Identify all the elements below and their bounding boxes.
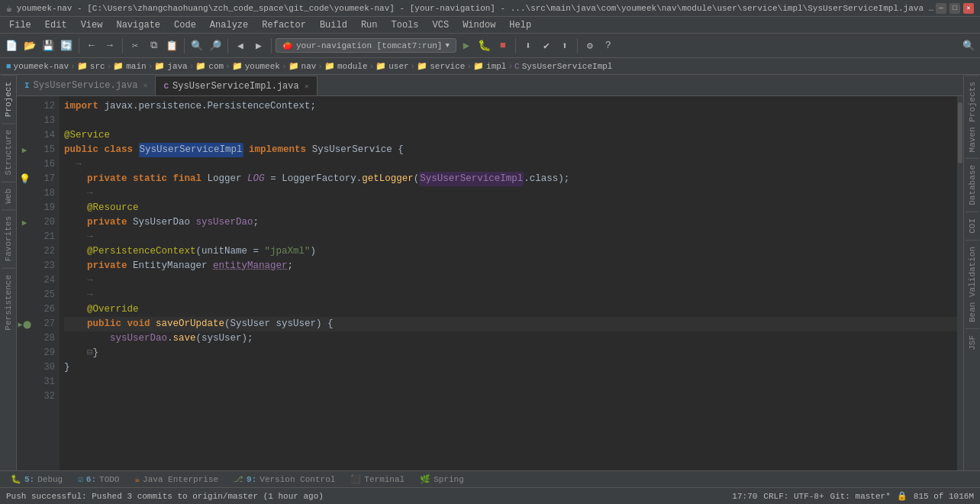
vcs-commit-button[interactable]: ✔ — [538, 37, 555, 54]
help-button[interactable]: ? — [600, 37, 617, 54]
menu-edit[interactable]: Edit — [39, 18, 73, 32]
bread-root[interactable]: ■ youmeek-nav — [6, 62, 69, 71]
persistence-tab[interactable]: Persistence — [2, 268, 15, 337]
tab-sysUserServiceImpl[interactable]: C SysUserServiceImpl.java ✕ — [156, 76, 317, 95]
vcs-update-button[interactable]: ⬇ — [520, 37, 537, 54]
tab-sysUserService[interactable]: I SysUserService.java ✕ — [17, 76, 156, 95]
sep5 — [271, 38, 272, 53]
menu-run[interactable]: Run — [355, 18, 384, 32]
java-enterprise-tab[interactable]: ☕ Java Enterprise — [127, 473, 226, 486]
sync-button[interactable]: 🔄 — [58, 37, 75, 54]
replace-button[interactable]: 🔎 — [207, 37, 224, 54]
copy-button[interactable]: ⧉ — [145, 37, 162, 54]
jsf-tab[interactable]: JSF — [965, 328, 979, 357]
main-area: Project Structure Web Favorites Persiste… — [0, 75, 980, 470]
menu-tools[interactable]: Tools — [385, 18, 425, 32]
cut-button[interactable]: ✂ — [127, 37, 143, 54]
vcs-push-button[interactable]: ⬆ — [556, 37, 573, 54]
minimize-button[interactable]: ─ — [936, 3, 946, 14]
bread-main[interactable]: 📁main — [113, 61, 146, 71]
maximize-button[interactable]: □ — [949, 3, 960, 14]
terminal-tab[interactable]: ⬛ Terminal — [343, 473, 412, 486]
debug-bottom-tab[interactable]: 🐛 5: Debug — [3, 473, 70, 486]
menu-view[interactable]: View — [75, 18, 109, 32]
run-gutter-20[interactable]: ▶ — [17, 215, 32, 230]
run-config-label: your-navigation [tomcat7:run] — [296, 41, 442, 50]
menu-analyze[interactable]: Analyze — [204, 18, 254, 32]
bread-module[interactable]: 📁module — [324, 61, 368, 71]
code-line-31 — [64, 375, 957, 389]
breadcrumb: ■ youmeek-nav › 📁src › 📁main › 📁java › 📁… — [0, 58, 980, 75]
app-icon: ☕ — [6, 2, 12, 15]
menu-help[interactable]: Help — [503, 18, 537, 32]
menu-navigate[interactable]: Navigate — [110, 18, 166, 32]
database-tab[interactable]: Database — [965, 158, 979, 212]
redo-button[interactable]: → — [102, 37, 118, 54]
debug-button[interactable]: 🐛 — [476, 37, 493, 54]
version-control-tab[interactable]: ⎇ 9: Version Control — [226, 473, 343, 486]
save-button[interactable]: 💾 — [40, 37, 56, 54]
spring-tab[interactable]: 🌿 Spring — [412, 473, 472, 486]
bread-java[interactable]: 📁java — [154, 61, 187, 71]
bread-youmeek[interactable]: 📁youmeek — [232, 61, 280, 71]
tab1-close[interactable]: ✕ — [143, 81, 147, 90]
code-area[interactable]: ▶ 💡 ▶ ▶⬤ — [17, 96, 963, 470]
code-line-18: → — [64, 186, 957, 201]
editor-tabs: I SysUserService.java ✕ C SysUserService… — [17, 75, 963, 96]
status-message: Push successful: Pushed 3 commits to ori… — [6, 492, 726, 501]
back-button[interactable]: ◀ — [232, 37, 249, 54]
vertical-scrollbar[interactable] — [957, 96, 963, 470]
menu-vcs[interactable]: VCS — [427, 18, 456, 32]
code-line-24: → — [64, 273, 957, 288]
paste-button[interactable]: 📋 — [163, 37, 180, 54]
coi-tab[interactable]: COI — [965, 212, 979, 240]
favorites-tab[interactable]: Favorites — [2, 209, 15, 267]
menu-file[interactable]: File — [3, 18, 37, 32]
code-line-22: @PersistenceContext(unitName = "jpaXml") — [64, 244, 957, 259]
code-line-25: → — [64, 288, 957, 302]
menu-window[interactable]: Window — [456, 18, 501, 32]
code-text[interactable]: import javax.persistence.PersistenceCont… — [60, 96, 957, 470]
git-branch[interactable]: Git: master* — [830, 492, 891, 501]
run-config-selector[interactable]: 🍅 your-navigation [tomcat7:run] ▼ — [276, 38, 456, 53]
stop-button[interactable]: ■ — [495, 37, 511, 54]
menu-build[interactable]: Build — [314, 18, 353, 32]
scrollbar-thumb[interactable] — [958, 102, 962, 163]
cursor-position[interactable]: 17:70 — [732, 492, 757, 501]
search-everywhere-button[interactable]: 🔍 — [960, 37, 977, 54]
structure-tab[interactable]: Structure — [2, 123, 15, 181]
bread-nav[interactable]: 📁nav — [289, 61, 317, 71]
bread-src[interactable]: 📁src — [77, 61, 105, 71]
close-button[interactable]: ✕ — [963, 3, 974, 14]
bread-service[interactable]: 📁service — [417, 61, 465, 71]
maven-projects-tab[interactable]: Maven Projects — [965, 75, 979, 158]
bread-com[interactable]: 📁com — [195, 61, 224, 71]
settings-button[interactable]: ⚙ — [582, 37, 598, 54]
memory-indicator[interactable]: 815 of 1016M — [914, 492, 974, 501]
menu-code[interactable]: Code — [168, 18, 202, 32]
bean-validation-tab[interactable]: Bean Validation — [965, 240, 979, 328]
title-text: youmeek-nav - [C:\Users\zhangchaohuang\z… — [17, 4, 936, 13]
open-button[interactable]: 📂 — [21, 37, 38, 54]
dropdown-arrow: ▼ — [445, 42, 449, 50]
code-line-17: private static final Logger LOG = Logger… — [64, 172, 957, 186]
bread-impl-folder[interactable]: 📁impl — [473, 61, 506, 71]
bulb-gutter-17[interactable]: 💡 — [17, 172, 32, 186]
bread-user[interactable]: 📁user — [376, 61, 408, 71]
run-gutter-27[interactable]: ▶⬤ — [17, 317, 32, 331]
line-ending[interactable]: CRLF: UTF-8+ — [763, 492, 824, 501]
menu-refactor[interactable]: Refactor — [256, 18, 312, 32]
forward-button[interactable]: ▶ — [250, 37, 267, 54]
new-file-button[interactable]: 📄 — [3, 37, 20, 54]
code-line-15: public class SysUserServiceImpl implemen… — [64, 143, 957, 157]
find-button[interactable]: 🔍 — [189, 37, 205, 54]
run-button[interactable]: ▶ — [458, 37, 475, 54]
run-gutter-15[interactable]: ▶ — [17, 143, 32, 157]
tab2-close[interactable]: ✕ — [305, 82, 309, 91]
editor[interactable]: I SysUserService.java ✕ C SysUserService… — [17, 75, 963, 470]
web-tab[interactable]: Web — [2, 182, 15, 210]
undo-button[interactable]: ← — [83, 37, 100, 54]
bread-class[interactable]: CSysUserServiceImpl — [514, 62, 612, 71]
project-tab[interactable]: Project — [2, 75, 15, 123]
todo-bottom-tab[interactable]: ☑ 6: TODO — [70, 473, 127, 486]
